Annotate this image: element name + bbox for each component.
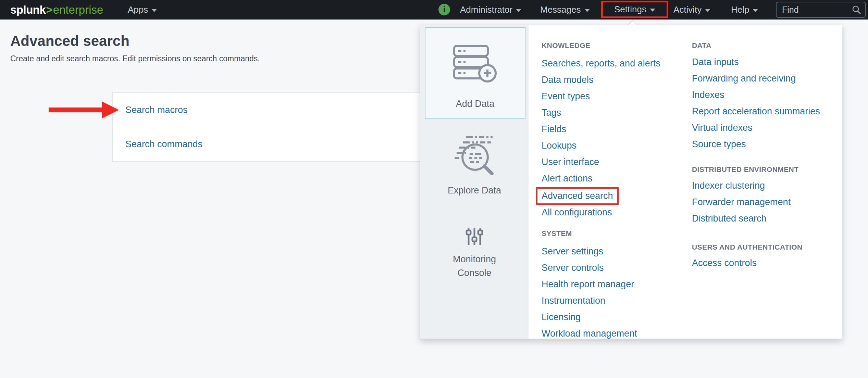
logo-splunk-text: splunk (10, 3, 46, 16)
nav-messages-menu[interactable]: Messages (540, 0, 590, 20)
nav-apps-label: Apps (128, 4, 148, 15)
knowledge-link-list: Searches, reports, and alerts Data model… (542, 56, 689, 221)
menu-link-alert-actions[interactable]: Alert actions (542, 173, 593, 184)
menu-link-distributed-search[interactable]: Distributed search (692, 213, 767, 224)
menu-link-source-types[interactable]: Source types (692, 139, 746, 149)
menu-link-tags[interactable]: Tags (542, 108, 561, 118)
info-icon-glyph: i (443, 5, 445, 14)
menu-link-data-inputs[interactable]: Data inputs (692, 57, 739, 67)
nav-help-label: Help (731, 4, 749, 15)
logo-gt-glyph: > (46, 3, 52, 16)
splunk-enterprise-logo[interactable]: splunk > enterprise (10, 0, 103, 20)
menu-link-server-settings[interactable]: Server settings (542, 246, 603, 256)
menu-link-server-controls[interactable]: Server controls (542, 263, 604, 273)
monitoring-console-icon (466, 228, 483, 245)
section-title-users-authentication: USERS AND AUTHENTICATION (692, 243, 843, 251)
menu-link-searches-reports-alerts[interactable]: Searches, reports, and alerts (542, 58, 660, 68)
nav-help-menu[interactable]: Help (731, 0, 758, 20)
menu-link-virtual-indexes[interactable]: Virtual indexes (692, 123, 753, 133)
data-link-list: Data inputs Forwarding and receiving Ind… (692, 54, 843, 153)
menu-link-advanced-search-highlighted[interactable]: Advanced search (536, 187, 619, 205)
nav-administrator-label: Administrator (460, 4, 512, 15)
menu-link-user-interface[interactable]: User interface (542, 157, 599, 167)
menu-link-licensing[interactable]: Licensing (542, 312, 581, 322)
menu-link-indexer-clustering[interactable]: Indexer clustering (692, 180, 765, 191)
add-data-tile[interactable]: Add Data (425, 27, 525, 119)
users-link-list: Access controls (692, 255, 843, 272)
nav-activity-label: Activity (673, 4, 702, 15)
menu-link-all-configurations[interactable]: All configurations (542, 207, 612, 217)
dropdown-column-data-distributed-users: DATA Data inputs Forwarding and receivin… (692, 41, 843, 272)
explore-data-label: Explore Data (420, 185, 529, 196)
menu-link-event-types[interactable]: Event types (542, 91, 590, 101)
page-title: Advanced search (10, 33, 129, 49)
menu-link-report-acceleration-summaries[interactable]: Report acceleration summaries (692, 106, 820, 116)
distributed-link-list: Indexer clustering Forwarder management … (692, 178, 843, 227)
nav-administrator-menu[interactable]: Administrator (460, 0, 521, 20)
chevron-down-icon (516, 9, 521, 12)
menu-link-forwarder-management[interactable]: Forwarder management (692, 197, 791, 207)
find-search-input[interactable] (777, 5, 852, 15)
annotation-arrow-icon (102, 101, 119, 118)
nav-settings-menu-highlighted[interactable]: Settings (601, 1, 668, 18)
nav-settings-label: Settings (614, 4, 646, 15)
section-title-data: DATA (692, 41, 843, 50)
search-icon (852, 5, 861, 15)
dropdown-tile-column: Add Data (420, 25, 529, 339)
nav-activity-menu[interactable]: Activity (673, 0, 710, 20)
settings-dropdown-panel: Add Data (420, 25, 842, 339)
find-search-box[interactable] (776, 2, 866, 18)
section-title-knowledge: KNOWLEDGE (542, 41, 689, 50)
menu-link-health-report-manager[interactable]: Health report manager (542, 279, 634, 289)
menu-link-indexes[interactable]: Indexes (692, 90, 724, 100)
annotation-arrow-shaft (49, 108, 103, 112)
add-data-icon (453, 45, 497, 83)
add-data-label: Add Data (425, 99, 525, 109)
logo-enterprise-text: enterprise (53, 3, 103, 16)
menu-link-workload-management[interactable]: Workload management (542, 328, 637, 339)
section-title-distributed-environment: DISTRIBUTED ENVIRONMENT (692, 165, 843, 174)
menu-link-forwarding-receiving[interactable]: Forwarding and receiving (692, 73, 796, 84)
menu-link-fields[interactable]: Fields (542, 124, 566, 134)
chevron-down-icon (584, 9, 590, 12)
nav-messages-label: Messages (540, 4, 581, 15)
section-title-system: SYSTEM (542, 229, 689, 238)
chevron-down-icon (753, 9, 758, 12)
menu-link-lookups[interactable]: Lookups (542, 140, 576, 151)
splunk-app: splunk > enterprise Apps i Administrator… (0, 0, 868, 378)
top-navigation-bar: splunk > enterprise Apps i Administrator… (0, 0, 868, 20)
explore-data-icon (453, 135, 496, 178)
system-link-list: Server settings Server controls Health r… (542, 244, 689, 342)
menu-link-instrumentation[interactable]: Instrumentation (542, 295, 605, 306)
page-subtitle: Create and edit search macros. Edit perm… (10, 54, 260, 63)
chevron-down-icon (650, 9, 655, 12)
monitoring-console-label: Monitoring Console (420, 252, 529, 280)
menu-link-data-models[interactable]: Data models (542, 75, 594, 85)
dropdown-column-knowledge-system: KNOWLEDGE Searches, reports, and alerts … (542, 41, 689, 342)
chevron-down-icon (151, 9, 157, 12)
info-icon[interactable]: i (438, 4, 450, 15)
chevron-down-icon (705, 9, 710, 12)
menu-link-access-controls[interactable]: Access controls (692, 258, 757, 268)
nav-apps-menu[interactable]: Apps (128, 0, 157, 20)
